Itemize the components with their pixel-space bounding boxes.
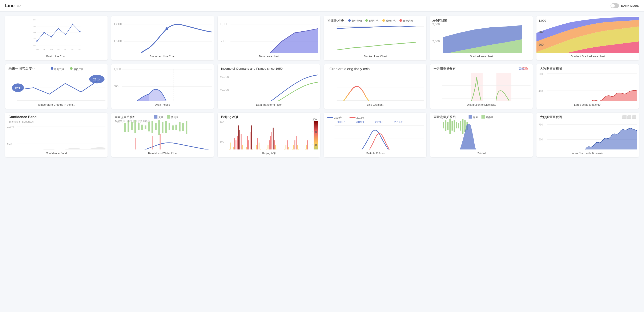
svg-text:大数据量面积图: 大数据量面积图 — [540, 67, 562, 70]
card-stacked-area[interactable]: 堆叠区域图 3,000 2,000 1,000 0 周一 周二 周三 周四 周五… — [430, 16, 533, 60]
svg-text:2016年: 2016年 — [356, 116, 364, 119]
svg-rect-268 — [241, 134, 242, 150]
svg-rect-305 — [288, 147, 289, 150]
card-large-scale[interactable]: 大数据量面积图 600 400 200 0 1000/10A 1000/11A … — [536, 64, 639, 109]
svg-text:降雨量: 降雨量 — [171, 116, 179, 119]
svg-text:100: 100 — [33, 44, 36, 46]
svg-rect-236 — [179, 122, 180, 132]
svg-rect-226 — [144, 126, 146, 129]
card-smoothed-line[interactable]: 1,800 1,200 600 0 Mon Tue Wed Thu Fri Sa… — [111, 16, 214, 60]
card-gradient-stacked[interactable]: 1,000 750 500 250 Gradient Stacked area … — [536, 16, 639, 60]
chart-stacked-line: 折线图堆叠 邮件营销 联盟广告 视频广告 直接访问 — [324, 16, 426, 53]
card-data-transform[interactable]: Income of Germany and France since 1950 … — [218, 64, 320, 109]
svg-rect-230 — [158, 120, 160, 135]
svg-rect-262 — [233, 147, 234, 150]
svg-text:600: 600 — [538, 73, 543, 76]
svg-rect-221 — [128, 121, 129, 132]
card-label-beijing-aqi: Beijing AQI — [218, 150, 320, 157]
svg-rect-240 — [152, 136, 153, 150]
card-label-line-gradient: Line Gradient — [324, 101, 426, 109]
svg-text:2019-7: 2019-7 — [337, 121, 345, 124]
card-temperature[interactable]: 未来一周气温变化 最高气温 最低气温 12°C 21.14 — [5, 64, 108, 109]
card-stacked-line[interactable]: 折线图堆叠 邮件营销 联盟广告 视频广告 直接访问 — [324, 16, 426, 60]
svg-rect-356 — [454, 120, 455, 132]
chart-beijing-aqi: Beijing AQI 200 150 100 50 — [218, 113, 320, 150]
svg-rect-293 — [273, 128, 274, 150]
svg-text:3,000: 3,000 — [432, 22, 440, 26]
card-electricity[interactable]: 一天用电量分布 中高峰 高峰 0:30 7:40 9:00 13:05 — [430, 64, 533, 109]
svg-rect-357 — [456, 122, 457, 128]
svg-text:500: 500 — [538, 43, 544, 46]
svg-text:500: 500 — [220, 39, 226, 43]
card-area-pieces[interactable]: 1,000 600 200 2019-10-10 2019-10-12 — [111, 64, 214, 109]
svg-point-13 — [51, 36, 52, 38]
card-confidence-band[interactable]: Confidence Band Example in ECharts.js 10… — [5, 113, 108, 157]
svg-rect-277 — [252, 149, 253, 150]
card-basic-area[interactable]: 1,000 500 0 Mon Tue Wed Thu Fri Sat Sun — [218, 16, 320, 60]
card-rainfall[interactable]: 雨量流量关系图 流量 降雨量 知乎 — [430, 113, 533, 157]
chart-temperature: 未来一周气温变化 最高气温 最低气温 12°C 21.14 — [5, 64, 108, 101]
chart-large-scale: 大数据量面积图 600 400 200 0 1000/10A 1000/11A … — [536, 64, 639, 101]
card-label-temperature: Temperature Change in the c... — [5, 101, 108, 109]
card-label-gradient-stacked: Gradient Stacked area chart — [536, 53, 639, 60]
svg-text:100: 100 — [220, 140, 224, 143]
svg-rect-283 — [260, 149, 261, 150]
card-label-basic-area: Basic area chart — [218, 53, 320, 60]
svg-point-59 — [348, 19, 351, 22]
svg-rect-238 — [186, 121, 187, 134]
svg-text:Sun: Sun — [78, 49, 81, 50]
svg-text:Wed: Wed — [50, 49, 53, 50]
svg-rect-275 — [250, 132, 250, 150]
svg-rect-222 — [131, 122, 132, 130]
svg-text:50%: 50% — [7, 142, 12, 145]
svg-point-15 — [65, 34, 66, 35]
card-area-time[interactable]: 大数据量面积图 ⬜⬜⬜ 750 500 250 0 3/20/1A 3/21/1… — [536, 113, 639, 157]
svg-rect-241 — [160, 134, 161, 150]
chart-area-time: 大数据量面积图 ⬜⬜⬜ 750 500 250 0 3/20/1A 3/21/1… — [536, 113, 639, 150]
card-beijing-aqi[interactable]: Beijing AQI 200 150 100 50 — [218, 113, 320, 157]
svg-rect-232 — [165, 121, 167, 133]
svg-point-63 — [382, 19, 385, 22]
svg-rect-263 — [234, 138, 235, 150]
card-multiple-x[interactable]: 2015年 2016年 2019-7 2019-9 2019-8 2019-11… — [324, 113, 426, 157]
card-label-rainfall: Rainfall — [430, 150, 533, 157]
svg-rect-266 — [238, 126, 239, 150]
chart-gradient-stacked: 1,000 750 500 250 — [536, 16, 639, 53]
svg-text:1,000: 1,000 — [220, 22, 228, 26]
svg-rect-239 — [135, 138, 136, 150]
svg-point-65 — [400, 19, 402, 22]
svg-rect-0 — [31, 16, 82, 53]
chart-line-gradient: Gradient along the y axis Gradient along… — [324, 64, 426, 101]
svg-rect-295 — [275, 145, 276, 150]
svg-text:Example in ECharts.js: Example in ECharts.js — [8, 120, 34, 123]
svg-rect-260 — [230, 142, 231, 150]
svg-text:20,000: 20,000 — [220, 101, 229, 101]
card-label-stacked-line: Stacked Line Chart — [324, 53, 426, 60]
svg-rect-291 — [270, 136, 271, 150]
svg-rect-237 — [182, 123, 184, 131]
svg-rect-320 — [307, 140, 308, 150]
card-basic-line[interactable]: 300 250 200 150 100 — [5, 16, 108, 60]
svg-text:联盟广告: 联盟广告 — [369, 19, 379, 22]
svg-text:Income of Germany and France s: Income of Germany and France since 1950 — [221, 67, 282, 70]
svg-rect-359 — [460, 121, 461, 131]
card-label-multiple-x: Multiple X Axes — [324, 150, 426, 157]
svg-rect-281 — [258, 138, 258, 150]
svg-rect-290 — [269, 140, 270, 150]
page-header: Line line DARK MODE — [0, 0, 644, 12]
svg-point-17 — [79, 31, 80, 32]
svg-text:1,000: 1,000 — [114, 67, 121, 71]
svg-rect-215 — [154, 115, 158, 118]
svg-text:200: 200 — [312, 118, 317, 121]
svg-text:400: 400 — [538, 90, 543, 93]
svg-text:2019-9: 2019-9 — [356, 121, 364, 124]
svg-rect-296 — [276, 149, 278, 150]
svg-text:高峰: 高峰 — [522, 67, 528, 70]
card-label-smoothed-line: Smoothed Line Chart — [111, 53, 214, 60]
svg-rect-272 — [246, 147, 247, 150]
svg-rect-220 — [124, 123, 126, 132]
card-line-gradient[interactable]: Gradient along the y axis Gradient along… — [324, 64, 426, 109]
card-rainfall-flow[interactable]: 雨量流量关系图 流量 降雨量 数据来源：中国水文水资源数据 — [111, 113, 214, 157]
chart-data-transform: Income of Germany and France since 1950 … — [218, 64, 320, 101]
dark-mode-toggle[interactable] — [610, 3, 619, 8]
